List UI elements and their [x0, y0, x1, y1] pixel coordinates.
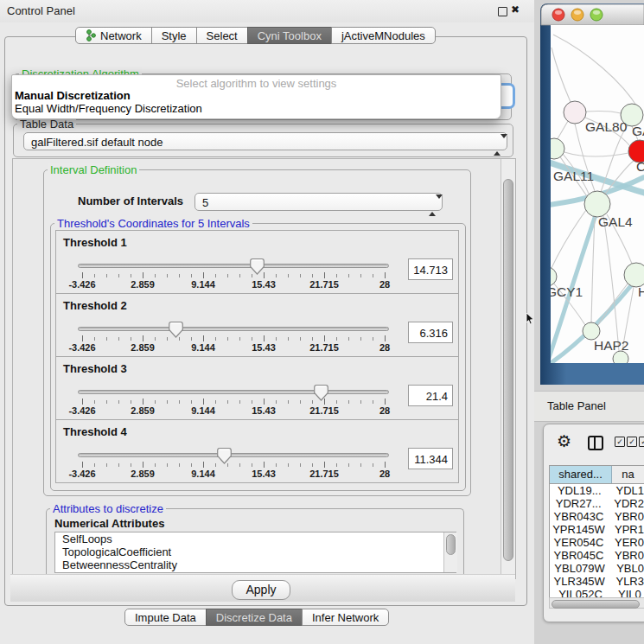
column-header-shared-name[interactable]: shared... — [550, 466, 612, 483]
column-header-name[interactable]: na — [612, 466, 644, 483]
attribute-list-item[interactable]: SelfLoops — [55, 533, 456, 545]
table-row[interactable]: YER054CYER0 — [550, 536, 644, 549]
table-horizontal-scrollbar[interactable] — [549, 597, 644, 609]
cell-name[interactable]: YDR2 — [607, 497, 644, 510]
tab-select[interactable]: Select — [196, 27, 248, 44]
threshold-label: Threshold 1 — [63, 236, 127, 249]
cell-shared-name[interactable]: YDL19... — [550, 484, 609, 497]
slider-tick — [252, 463, 252, 467]
table-data-combobox[interactable]: galFiltered.sif default node — [23, 132, 507, 150]
threshold-slider-track[interactable] — [78, 264, 389, 268]
vertical-scrollbar[interactable] — [501, 159, 515, 577]
threshold-slider-thumb[interactable] — [169, 322, 183, 338]
tab-impute-data[interactable]: Impute Data — [124, 609, 207, 626]
threshold-slider-thumb[interactable] — [314, 385, 328, 401]
table-row[interactable]: YIL052CYIL0 — [550, 588, 644, 597]
slider-tick — [227, 274, 228, 277]
dropdown-option[interactable]: Manual Discretization — [15, 89, 131, 102]
attribute-list-item[interactable]: BetweennessCentrality — [55, 559, 456, 571]
cell-shared-name[interactable]: YLR345W — [550, 575, 609, 588]
threshold-slider-track[interactable] — [78, 327, 389, 331]
checkbox-icon[interactable]: ✓ — [627, 437, 637, 447]
tab-network[interactable]: Network — [75, 27, 152, 44]
threshold-value-field[interactable]: 11.344 — [408, 448, 453, 469]
slider-tick-label: 9.144 — [177, 342, 229, 353]
tab-discretize-data[interactable]: Discretize Data — [206, 609, 303, 626]
slider-tick — [155, 274, 156, 277]
threshold-value-field[interactable]: 14.713 — [408, 258, 453, 280]
table-row[interactable]: YBR043CYBR0 — [550, 510, 644, 523]
tab-jactivemnodules[interactable]: jActiveMNodules — [331, 27, 436, 44]
H-node[interactable] — [624, 263, 644, 287]
slider-tick — [385, 335, 386, 341]
tab-cyni-toolbox[interactable]: Cyni Toolbox — [247, 27, 332, 44]
attributes-list-scrollbar-thumb[interactable] — [446, 534, 456, 555]
threshold-value-field[interactable]: 6.316 — [408, 322, 453, 343]
cell-shared-name[interactable]: YIL052C — [550, 588, 611, 597]
slider-tick — [288, 337, 289, 341]
cell-shared-name[interactable]: YBR043C — [550, 510, 608, 523]
slider-tick — [239, 337, 240, 341]
number-of-intervals-label: Number of Intervals — [78, 194, 183, 207]
slider-tick — [312, 400, 313, 404]
HAP2-node[interactable] — [583, 322, 600, 340]
cell-shared-name[interactable]: YPR145W — [550, 523, 608, 536]
attributes-list-scrollbar[interactable] — [443, 532, 457, 572]
close-icon[interactable]: ✖ — [511, 3, 520, 16]
cell-shared-name[interactable]: YER054C — [550, 536, 608, 549]
GAL4-node[interactable] — [584, 191, 610, 217]
cell-shared-name[interactable]: YDR27... — [550, 497, 607, 510]
gear-icon[interactable]: ⚙ — [557, 433, 571, 450]
table-row[interactable]: YBR045CYBR0 — [550, 549, 644, 562]
cell-name[interactable]: YER0 — [608, 536, 644, 549]
slider-tick — [167, 337, 168, 341]
table-row[interactable]: YBL079WYBL0 — [550, 562, 644, 575]
threshold-slider-track[interactable] — [78, 390, 389, 394]
split-pane-icon[interactable] — [588, 436, 603, 450]
vertical-scrollbar-thumb[interactable] — [503, 179, 513, 561]
table-row[interactable]: YDR27...YDR2 — [550, 497, 644, 510]
threshold-slider-thumb[interactable] — [250, 258, 265, 275]
threshold-slider-thumb[interactable] — [217, 448, 232, 464]
slider-tick — [373, 400, 373, 404]
attributes-group-title: Attributes to discretize — [50, 502, 166, 515]
GAL80-node[interactable] — [564, 101, 586, 124]
checkbox-icon[interactable]: ✓ — [639, 437, 644, 447]
slider-tick — [239, 463, 240, 467]
apply-button[interactable]: Apply — [232, 580, 290, 600]
cell-name[interactable]: YBR0 — [608, 549, 644, 562]
slider-tick-label: 28 — [359, 279, 411, 290]
slider-tick — [143, 335, 143, 341]
threshold-slider-track[interactable] — [78, 453, 389, 457]
attribute-list-item[interactable]: TopologicalCoefficient — [55, 546, 456, 558]
numerical-attributes-list[interactable]: SelfLoopsTopologicalCoefficientBetweenne… — [54, 532, 456, 573]
slider-tick — [360, 337, 361, 341]
slider-tick — [300, 400, 301, 404]
cell-name[interactable]: YPR1 — [608, 523, 644, 536]
slider-tick — [143, 272, 143, 278]
table-horizontal-scrollbar-thumb[interactable] — [552, 600, 640, 609]
slider-tick-label: 9.144 — [177, 279, 229, 290]
cell-name[interactable]: YBL0 — [609, 562, 644, 575]
cell-name[interactable]: YIL0 — [611, 588, 644, 597]
checkbox-icon[interactable]: ✓ — [615, 437, 625, 447]
tab-infer-network[interactable]: Infer Network — [302, 609, 389, 626]
number-of-intervals-combobox[interactable]: 5 — [194, 193, 443, 211]
network-view-window[interactable]: GAL80GACGAL11GAL4GCY1HHAP2 — [540, 3, 644, 385]
cell-shared-name[interactable]: YBL079W — [550, 562, 609, 575]
cell-shared-name[interactable]: YBR045C — [550, 549, 608, 562]
cell-name[interactable]: YBR0 — [608, 510, 644, 523]
float-window-icon[interactable] — [498, 7, 507, 16]
slider-tick — [143, 462, 143, 468]
threshold-value-field[interactable]: 21.4 — [408, 385, 453, 406]
tab-style[interactable]: Style — [151, 27, 197, 44]
dropdown-option[interactable]: Equal Width/Frequency Discretization — [15, 102, 202, 115]
slider-tick — [276, 274, 277, 277]
slider-tick — [373, 337, 373, 341]
cell-name[interactable]: YLR3 — [609, 575, 644, 588]
slider-tick — [324, 272, 325, 278]
table-row[interactable]: YDL19...YDL1 — [550, 484, 644, 497]
cell-name[interactable]: YDL1 — [609, 484, 644, 497]
table-row[interactable]: YPR145WYPR1 — [550, 523, 644, 536]
table-row[interactable]: YLR345WYLR3 — [550, 575, 644, 588]
